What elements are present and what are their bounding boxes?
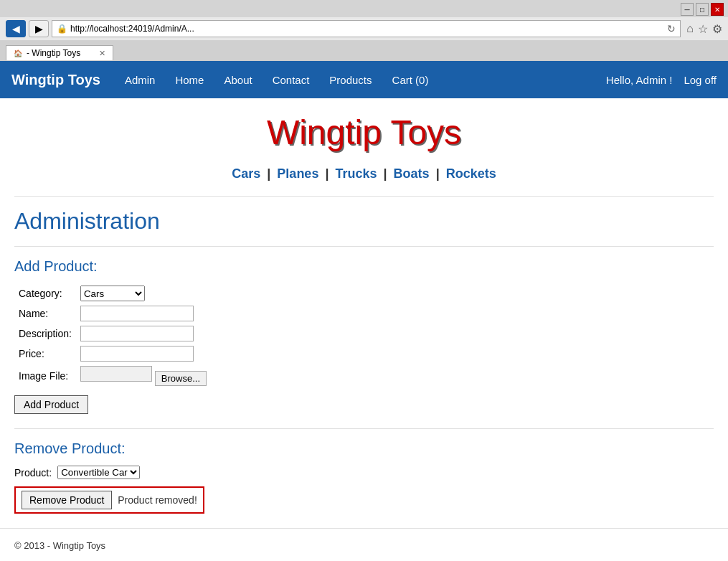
main-content: Wingtip Toys Cars | Planes | Trucks | Bo… [0, 98, 728, 528]
category-select[interactable]: Cars Planes Trucks Boats Rockets [80, 286, 145, 301]
browser-toolbar: ◀ ▶ 🔒 ↻ ⌂ ☆ ⚙ [0, 17, 728, 40]
separator-1: | [267, 166, 270, 181]
toolbar-icons: ⌂ ☆ ⚙ [686, 22, 722, 36]
admin-title: Administration [14, 208, 714, 235]
footer: © 2013 - Wingtip Toys [0, 528, 728, 561]
category-row: Category: Cars Planes Trucks Boats Rocke… [14, 283, 211, 303]
add-product-form: Category: Cars Planes Trucks Boats Rocke… [14, 283, 211, 388]
category-links: Cars | Planes | Trucks | Boats | Rockets [14, 159, 714, 196]
nav-link-products[interactable]: Products [319, 61, 382, 98]
image-file-label: Image File: [14, 364, 76, 388]
category-link-cars[interactable]: Cars [232, 166, 260, 181]
nav-link-cart[interactable]: Cart (0) [382, 61, 439, 98]
description-input[interactable] [80, 326, 194, 341]
name-label: Name: [14, 303, 76, 324]
name-input[interactable] [80, 306, 194, 321]
description-label: Description: [14, 324, 76, 344]
price-input[interactable] [80, 346, 194, 362]
add-product-button[interactable]: Add Product [14, 395, 88, 414]
tab-title: - Wingtip Toys [27, 48, 80, 58]
product-select[interactable]: Convertible Car Plane Truck Boat Rocket [57, 466, 140, 479]
browser-chrome: ─ □ ✕ ◀ ▶ 🔒 ↻ ⌂ ☆ ⚙ 🏠 - Wingtip Toys ✕ [0, 0, 728, 61]
url-input[interactable] [70, 24, 664, 34]
remove-action-row: Remove Product Product removed! [14, 486, 204, 514]
category-link-boats[interactable]: Boats [394, 166, 430, 181]
add-product-section-title: Add Product: [14, 258, 714, 275]
navbar-links: Admin Home About Contact Products Cart (… [115, 61, 606, 98]
tab-bar: 🏠 - Wingtip Toys ✕ [0, 40, 728, 60]
nav-link-contact[interactable]: Contact [263, 61, 320, 98]
favorites-icon[interactable]: ☆ [698, 22, 708, 36]
remove-product-button[interactable]: Remove Product [22, 491, 112, 509]
nav-link-about[interactable]: About [214, 61, 262, 98]
name-row: Name: [14, 303, 211, 324]
nav-link-admin[interactable]: Admin [115, 61, 166, 98]
price-row: Price: [14, 344, 211, 364]
image-file-row: Image File: Browse... [14, 364, 211, 388]
category-link-planes[interactable]: Planes [277, 166, 318, 181]
category-link-trucks[interactable]: Trucks [335, 166, 377, 181]
home-icon[interactable]: ⌂ [686, 22, 694, 35]
browse-button[interactable]: Browse... [155, 371, 207, 386]
product-removed-message: Product removed! [118, 494, 197, 506]
address-icon: 🔒 [57, 24, 67, 34]
tab-close-icon[interactable]: ✕ [99, 49, 105, 58]
forward-button[interactable]: ▶ [29, 20, 49, 37]
site-title: Wingtip Toys [267, 113, 461, 152]
nav-link-home[interactable]: Home [165, 61, 214, 98]
maximize-button[interactable]: □ [696, 3, 709, 16]
logoff-link[interactable]: Log off [684, 74, 717, 86]
new-tab-area [113, 42, 149, 60]
description-row: Description: [14, 324, 211, 344]
minimize-button[interactable]: ─ [681, 3, 694, 16]
separator-4: | [436, 166, 440, 181]
titlebar-buttons: ─ □ ✕ [681, 3, 724, 16]
hello-text: Hello, Admin ! [606, 74, 673, 86]
navbar-brand[interactable]: Wingtip Toys [11, 72, 100, 88]
browser-titlebar: ─ □ ✕ [0, 0, 728, 17]
refresh-icon[interactable]: ↻ [667, 23, 676, 34]
remove-product-section: Remove Product: Product: Convertible Car… [14, 440, 714, 514]
content-divider [14, 196, 714, 197]
category-label: Category: [14, 283, 76, 303]
category-link-rockets[interactable]: Rockets [446, 166, 496, 181]
navbar-right: Hello, Admin ! Log off [606, 74, 717, 86]
remove-product-section-title: Remove Product: [14, 440, 714, 457]
close-button[interactable]: ✕ [711, 3, 724, 16]
separator-2: | [325, 166, 328, 181]
settings-icon[interactable]: ⚙ [712, 22, 722, 36]
browser-tab[interactable]: 🏠 - Wingtip Toys ✕ [6, 45, 113, 60]
navbar: Wingtip Toys Admin Home About Contact Pr… [0, 61, 728, 98]
site-header: Wingtip Toys [14, 98, 714, 159]
remove-divider [14, 428, 714, 429]
address-bar: 🔒 ↻ [52, 20, 681, 37]
product-label: Product: [14, 467, 52, 478]
back-button[interactable]: ◀ [6, 20, 26, 37]
tab-icon: 🏠 [14, 50, 22, 57]
admin-divider [14, 246, 714, 247]
file-input-display [80, 366, 152, 382]
separator-3: | [384, 166, 387, 181]
footer-text: © 2013 - Wingtip Toys [14, 540, 105, 551]
product-select-row: Product: Convertible Car Plane Truck Boa… [14, 466, 714, 479]
price-label: Price: [14, 344, 76, 364]
